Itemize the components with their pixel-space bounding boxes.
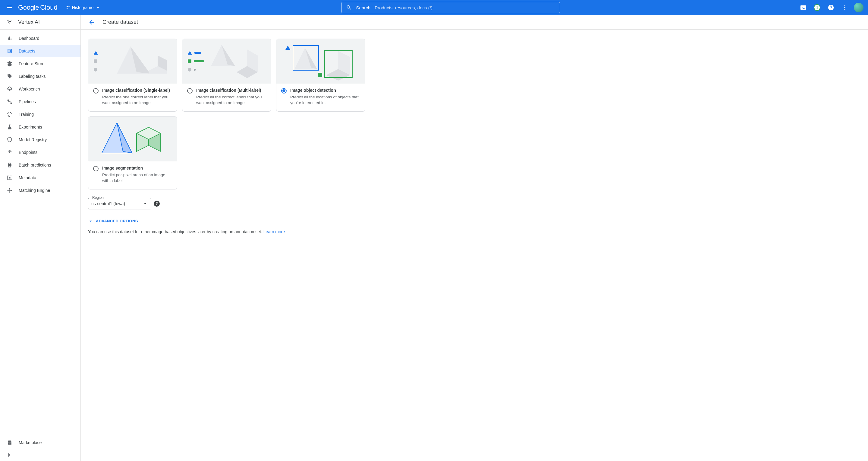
- radio-multi-label[interactable]: [187, 88, 193, 93]
- region-help-button[interactable]: ?: [154, 201, 160, 207]
- cloud-shell-icon: [800, 4, 807, 11]
- endpoints-icon: [7, 149, 13, 155]
- account-button[interactable]: [853, 2, 864, 13]
- search-placeholder: Products, resources, docs (/): [375, 5, 433, 10]
- bar-icon: [194, 60, 204, 62]
- top-header: Google Cloud Histogramo Search Products,…: [0, 0, 868, 15]
- main-menu-button[interactable]: [4, 1, 16, 13]
- learn-more-link[interactable]: Learn more: [264, 229, 285, 234]
- card-object-detection[interactable]: Image object detection Predict all the l…: [276, 39, 365, 112]
- sidebar-item-label: Endpoints: [19, 150, 37, 155]
- radio-object-detection[interactable]: [281, 88, 287, 93]
- circle-icon: [94, 68, 97, 71]
- card-illustration: [88, 117, 177, 162]
- collapse-icon: [7, 452, 13, 458]
- advanced-options-toggle[interactable]: ADVANCED OPTIONS: [88, 219, 375, 224]
- card-desc: Predict all the locations of objects tha…: [290, 94, 360, 106]
- more-vert-icon: [841, 4, 848, 11]
- sidebar-item-label: Workbench: [19, 87, 40, 91]
- circle-icon: [188, 68, 191, 71]
- project-icon: [66, 5, 70, 10]
- card-illustration: [182, 39, 271, 84]
- sidebar-item-batch-predictions[interactable]: Batch predictions: [0, 159, 81, 171]
- triangle-icon: [94, 51, 98, 55]
- metadata-icon: [7, 175, 13, 181]
- sidebar-item-model-registry[interactable]: Model Registry: [0, 133, 81, 146]
- project-name: Histogramo: [72, 5, 94, 10]
- page-header: Create dataset: [81, 15, 868, 30]
- radio-single-label[interactable]: [93, 88, 98, 93]
- region-value: us-central1 (Iowa): [91, 201, 125, 206]
- sidebar-item-feature-store[interactable]: Feature Store: [0, 57, 81, 70]
- labeling-icon: [7, 73, 13, 79]
- footer-note: You can use this dataset for other image…: [88, 229, 375, 234]
- caret-down-icon: [95, 5, 101, 10]
- back-button[interactable]: [87, 18, 96, 27]
- svg-rect-14: [9, 177, 10, 179]
- sidebar-item-matching-engine[interactable]: Matching Engine: [0, 184, 81, 197]
- marketplace-icon: [7, 439, 13, 445]
- region-field: Region us-central1 (Iowa) ?: [88, 198, 162, 209]
- sidebar-collapse-button[interactable]: [0, 449, 81, 461]
- card-single-label[interactable]: Image classification (Single-label) Pred…: [88, 39, 177, 112]
- sidebar: Vertex AI Dashboard Datasets Feature Sto…: [0, 15, 81, 461]
- sidebar-item-marketplace[interactable]: Marketplace: [0, 436, 81, 449]
- svg-point-18: [11, 190, 12, 191]
- svg-marker-36: [285, 46, 290, 50]
- note-text: You can use this dataset for other image…: [88, 229, 264, 234]
- cloud-shell-button[interactable]: [798, 2, 809, 13]
- search-bar[interactable]: Search Products, resources, docs (/): [341, 2, 560, 13]
- svg-rect-8: [9, 21, 10, 22]
- sidebar-item-label: Training: [19, 112, 34, 117]
- help-icon: [828, 4, 834, 11]
- help-button[interactable]: [825, 2, 837, 13]
- sidebar-footer: Marketplace: [0, 436, 81, 461]
- bar-icon: [194, 52, 201, 54]
- svg-point-0: [66, 6, 67, 7]
- logo-cloud: Cloud: [40, 4, 57, 11]
- card-segmentation[interactable]: Image segmentation Predict per-pixel are…: [88, 116, 177, 190]
- svg-rect-7: [8, 21, 8, 22]
- sidebar-item-dashboard[interactable]: Dashboard: [0, 32, 81, 45]
- sidebar-item-experiments[interactable]: Experiments: [0, 121, 81, 133]
- svg-rect-11: [10, 22, 10, 23]
- product-title: Vertex AI: [18, 19, 40, 25]
- sidebar-item-datasets[interactable]: Datasets: [0, 45, 81, 57]
- sidebar-nav: Dashboard Datasets Feature Store Labelin…: [0, 30, 81, 436]
- sidebar-item-metadata[interactable]: Metadata: [0, 171, 81, 184]
- header-right: 1: [798, 2, 864, 13]
- sidebar-item-training[interactable]: Training: [0, 108, 81, 121]
- sidebar-item-labeling-tasks[interactable]: Labeling tasks: [0, 70, 81, 83]
- pipelines-icon: [7, 99, 13, 105]
- feature-store-icon: [7, 61, 13, 67]
- svg-rect-9: [10, 21, 11, 22]
- main: Create dataset: [81, 15, 868, 461]
- more-button[interactable]: [839, 2, 850, 13]
- svg-point-13: [9, 152, 10, 153]
- svg-point-15: [7, 190, 8, 191]
- project-selector[interactable]: Histogramo: [63, 3, 104, 12]
- arrow-back-icon: [88, 19, 95, 26]
- page-title: Create dataset: [102, 19, 138, 25]
- sidebar-item-workbench[interactable]: Workbench: [0, 83, 81, 95]
- svg-point-16: [9, 188, 10, 189]
- dashboard-icon: [7, 35, 13, 41]
- svg-point-1: [68, 6, 69, 7]
- svg-rect-12: [9, 24, 10, 24]
- sidebar-item-label: Pipelines: [19, 99, 36, 104]
- sidebar-item-label: Batch predictions: [19, 163, 51, 168]
- region-label: Region: [91, 196, 105, 200]
- card-title: Image object detection: [290, 88, 360, 93]
- card-title: Image classification (Single-label): [102, 88, 172, 93]
- square-icon: [188, 59, 191, 63]
- radio-segmentation[interactable]: [93, 166, 98, 171]
- sidebar-item-endpoints[interactable]: Endpoints: [0, 146, 81, 159]
- free-trial-button[interactable]: 1: [811, 2, 823, 13]
- vertex-ai-icon: [6, 19, 13, 26]
- svg-point-2: [66, 8, 67, 9]
- google-cloud-logo[interactable]: Google Cloud: [18, 4, 58, 11]
- card-illustration: [276, 39, 365, 84]
- sidebar-item-pipelines[interactable]: Pipelines: [0, 95, 81, 108]
- card-multi-label[interactable]: Image classification (Multi-label) Predi…: [182, 39, 271, 112]
- product-header[interactable]: Vertex AI: [0, 15, 81, 30]
